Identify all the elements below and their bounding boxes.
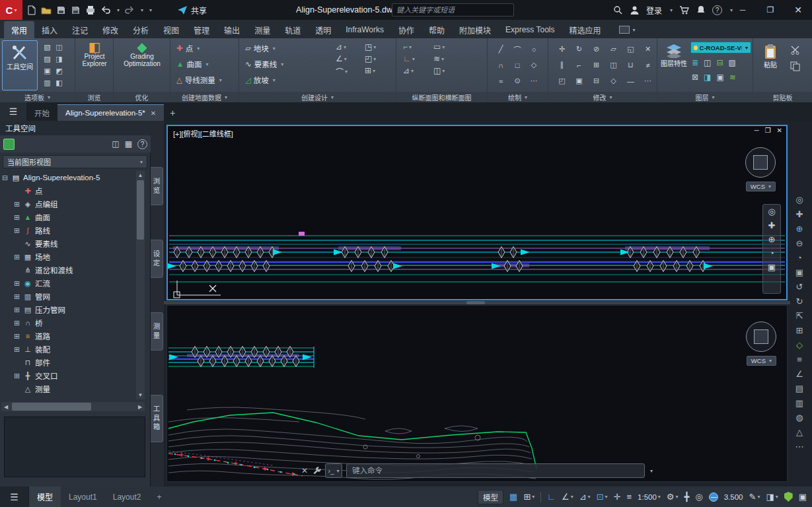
- toolspace-preview-toggle-icon[interactable]: ▦: [125, 139, 132, 149]
- viewport-restore-icon[interactable]: ❐: [765, 127, 771, 134]
- ribbon-tab-addins[interactable]: 附加模块: [452, 21, 498, 38]
- pipe-menu-button[interactable]: ⊞▾: [365, 66, 376, 75]
- layout-tab-layout1[interactable]: Layout1: [61, 487, 105, 507]
- layer-freeze-icon[interactable]: ◫: [704, 58, 711, 67]
- lengthen-icon[interactable]: —: [622, 73, 639, 88]
- ribbon-tab-view[interactable]: 视图: [156, 21, 186, 38]
- panel-label-layers[interactable]: 图层▾: [657, 92, 753, 102]
- viewport-top[interactable]: [+][俯视][二维线框] ─ ❐ ✕ WCS▾ ◎ ✚ ⊕ ◔ ▣: [166, 125, 788, 300]
- mass-haul-button[interactable]: ≋▾: [433, 54, 445, 63]
- layer-merge-icon[interactable]: ≋: [729, 73, 736, 82]
- ribbon-tab-help[interactable]: 帮助: [422, 21, 452, 38]
- ribbon-tab-modify[interactable]: 修改: [95, 21, 126, 38]
- tree-item-corridors[interactable]: ⊞ ≡ 道路: [1, 329, 135, 343]
- scroll-down-icon[interactable]: ▼: [136, 391, 145, 399]
- quick-properties-control[interactable]: ◨▾: [766, 492, 778, 502]
- command-input[interactable]: [346, 463, 645, 478]
- ribbon-tab-output[interactable]: 输出: [217, 21, 247, 38]
- nav-previous-icon[interactable]: ≡: [797, 355, 802, 364]
- tree-item-pipe-networks[interactable]: ⊞ ▥ 管网: [1, 290, 135, 303]
- cart-icon[interactable]: [679, 5, 690, 15]
- ribbon-tab-home[interactable]: 常用: [4, 21, 34, 38]
- polyline-icon[interactable]: ∩: [493, 57, 509, 73]
- section-views-button[interactable]: ∟▾: [403, 54, 415, 63]
- wcs-selector-bottom[interactable]: WCS▾: [747, 356, 776, 366]
- tab-survey[interactable]: 测量: [151, 312, 163, 351]
- user-icon[interactable]: [630, 5, 640, 15]
- search-input[interactable]: [392, 4, 513, 16]
- profile-view-button[interactable]: ⌐▾: [403, 42, 415, 51]
- tree-item-point-groups[interactable]: ⊞ ◈ 点编组: [1, 197, 135, 211]
- statusbar-menu-icon[interactable]: ☰: [0, 487, 29, 507]
- nav-redo-view-icon[interactable]: ↻: [796, 296, 803, 306]
- close-button[interactable]: ✕: [784, 0, 812, 20]
- tree-vertical-scrollbar[interactable]: ▲ ▼: [136, 171, 145, 399]
- scroll-right-icon[interactable]: ▶: [135, 402, 145, 411]
- zoom-icon[interactable]: ⊕: [768, 234, 776, 244]
- drawing-canvas-bottom[interactable]: [167, 306, 787, 481]
- draw-more-icon[interactable]: ⋯: [526, 73, 542, 88]
- panel-label-draw[interactable]: 绘制▾: [488, 92, 548, 102]
- redo-icon[interactable]: [124, 5, 135, 15]
- panel-label-ground-data[interactable]: 创建地面数据▾: [170, 92, 239, 102]
- start-tab[interactable]: 开始: [26, 104, 57, 121]
- ribbon-tab-analyze[interactable]: 分析: [126, 21, 156, 38]
- nav-object-icon[interactable]: ◇: [796, 340, 803, 350]
- ribbon-tab-rail[interactable]: 轨道: [277, 21, 308, 38]
- workspace-switching-control[interactable]: ⚙▾: [667, 492, 679, 502]
- nav-zoom-in-icon[interactable]: ⊕: [796, 224, 803, 234]
- scroll-left-icon[interactable]: ◀: [1, 402, 11, 411]
- help-icon[interactable]: ?: [712, 5, 722, 15]
- layer-match-icon[interactable]: ⊠: [692, 73, 698, 82]
- command-customize-icon[interactable]: [312, 466, 321, 475]
- spline-icon[interactable]: ≈: [493, 73, 509, 88]
- match-properties-icon[interactable]: ◰: [554, 73, 570, 88]
- break-icon[interactable]: ⊟: [588, 73, 605, 88]
- quick-measure-control[interactable]: ✎▾: [749, 492, 760, 502]
- count-palette-icon[interactable]: ◧: [54, 77, 65, 88]
- object-snap-tracking-icon[interactable]: ✛: [614, 492, 621, 502]
- tab-prospector[interactable]: 浏览: [151, 167, 163, 205]
- tree-item-surfaces[interactable]: ⊞ ▲ 曲面: [1, 211, 135, 224]
- app-logo[interactable]: C▾: [0, 0, 22, 20]
- nav-more-icon[interactable]: ⋯: [795, 442, 804, 452]
- toolspace-button[interactable]: 工具空间: [2, 40, 38, 90]
- rectangle-icon[interactable]: □: [509, 57, 525, 73]
- nav-wheel-icon[interactable]: ◎: [795, 195, 803, 205]
- nav-undo-view-icon[interactable]: ↺: [796, 282, 803, 292]
- nav-orbit-icon[interactable]: ◔: [797, 253, 802, 263]
- layer-dropdown[interactable]: C-ROAD-SE-VIEW ▾: [690, 42, 751, 53]
- panel-label-create-design[interactable]: 创建设计▾: [239, 92, 396, 102]
- toolspace-panorama-icon[interactable]: ◫: [112, 139, 119, 149]
- tree-horizontal-scrollbar[interactable]: ◀ ▶: [1, 402, 145, 411]
- command-history-chevron-icon[interactable]: ▾: [650, 468, 653, 474]
- panel-label-palettes[interactable]: 选项板▾: [0, 92, 75, 102]
- layer-walk-icon[interactable]: ▣: [716, 73, 723, 82]
- ribbon-tab-collaborate[interactable]: 协作: [391, 21, 422, 38]
- surfaces-menu-button[interactable]: ▲ 曲面▾: [174, 57, 210, 71]
- line-icon[interactable]: ╱: [493, 42, 509, 57]
- sign-in-button[interactable]: 登录: [646, 5, 662, 16]
- tree-item-survey[interactable]: △ 测量: [1, 382, 135, 395]
- drawing-canvas-top[interactable]: [168, 126, 786, 299]
- viewcube[interactable]: [745, 147, 776, 178]
- viewport-minimize-icon[interactable]: ─: [755, 127, 759, 134]
- nav-extents-icon[interactable]: ⇱: [796, 311, 803, 321]
- tree-item-points[interactable]: ✚ 点: [1, 184, 135, 197]
- new-layout-button[interactable]: +: [149, 487, 169, 507]
- pan-icon[interactable]: ✚: [768, 220, 776, 230]
- grading-menu-button[interactable]: ◿ 放坡▾: [243, 73, 277, 87]
- grading-optimization-button[interactable]: ◆ Grading Optimization: [125, 40, 159, 90]
- sample-lines-button[interactable]: ⊿▾: [403, 66, 415, 75]
- cut-icon[interactable]: [790, 45, 800, 55]
- full-navigation-wheel-icon[interactable]: ◎: [768, 207, 775, 217]
- clean-screen-icon[interactable]: ▣: [799, 492, 807, 502]
- intersection-menu-button[interactable]: ◳▾: [365, 42, 376, 51]
- array-icon[interactable]: ⊞: [588, 57, 605, 73]
- viewport-bottom[interactable]: WCS▾: [166, 305, 788, 482]
- search-icon[interactable]: [613, 5, 623, 15]
- parcel-menu-button[interactable]: ▱ 地块▾: [243, 41, 277, 55]
- snap-toggle[interactable]: ⊞▾: [523, 492, 535, 502]
- save-icon[interactable]: [56, 5, 66, 15]
- maximize-button[interactable]: ❐: [757, 0, 784, 20]
